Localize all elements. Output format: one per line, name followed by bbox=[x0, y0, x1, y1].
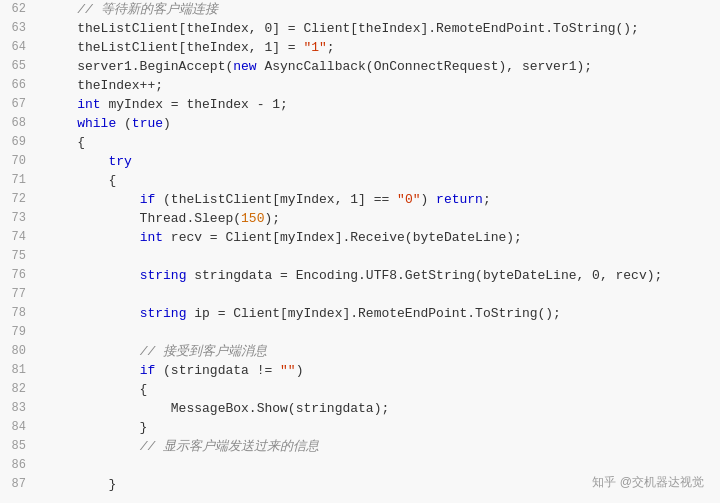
line-number: 87 bbox=[0, 475, 42, 494]
line-content: theListClient[theIndex, 0] = Client[theI… bbox=[42, 19, 720, 38]
line-content: // 接受到客户端消息 bbox=[42, 342, 720, 361]
code-row: 72 if (theListClient[myIndex, 1] == "0")… bbox=[0, 190, 720, 209]
code-row: 80 // 接受到客户端消息 bbox=[0, 342, 720, 361]
line-number: 80 bbox=[0, 342, 42, 361]
code-row: 78 string ip = Client[myIndex].RemoteEnd… bbox=[0, 304, 720, 323]
line-number: 81 bbox=[0, 361, 42, 380]
line-number: 69 bbox=[0, 133, 42, 152]
line-content: // 显示客户端发送过来的信息 bbox=[42, 437, 720, 456]
line-number: 76 bbox=[0, 266, 42, 285]
code-row: 67 int myIndex = theIndex - 1; bbox=[0, 95, 720, 114]
watermark: 知乎 @交机器达视觉 bbox=[592, 474, 704, 491]
line-content: try bbox=[42, 152, 720, 171]
line-content: int myIndex = theIndex - 1; bbox=[42, 95, 720, 114]
line-number: 73 bbox=[0, 209, 42, 228]
line-number: 77 bbox=[0, 285, 42, 304]
line-number: 85 bbox=[0, 437, 42, 456]
code-row: 65 server1.BeginAccept(new AsyncCallback… bbox=[0, 57, 720, 76]
line-number: 70 bbox=[0, 152, 42, 171]
line-number: 82 bbox=[0, 380, 42, 399]
code-row: 64 theListClient[theIndex, 1] = "1"; bbox=[0, 38, 720, 57]
code-row: 66 theIndex++; bbox=[0, 76, 720, 95]
line-content: while (true) bbox=[42, 114, 720, 133]
line-number: 66 bbox=[0, 76, 42, 95]
line-number: 68 bbox=[0, 114, 42, 133]
line-number: 64 bbox=[0, 38, 42, 57]
line-content: // 等待新的客户端连接 bbox=[42, 0, 720, 19]
line-number: 71 bbox=[0, 171, 42, 190]
line-content: if (theListClient[myIndex, 1] == "0") re… bbox=[42, 190, 720, 209]
line-number: 74 bbox=[0, 228, 42, 247]
line-number: 75 bbox=[0, 247, 42, 266]
line-content: string ip = Client[myIndex].RemoteEndPoi… bbox=[42, 304, 720, 323]
line-content: MessageBox.Show(stringdata); bbox=[42, 399, 720, 418]
code-row: 74 int recv = Client[myIndex].Receive(by… bbox=[0, 228, 720, 247]
line-content: theListClient[theIndex, 1] = "1"; bbox=[42, 38, 720, 57]
code-row: 69 { bbox=[0, 133, 720, 152]
line-content: { bbox=[42, 133, 720, 152]
code-row: 62 // 等待新的客户端连接 bbox=[0, 0, 720, 19]
code-lines: 62 // 等待新的客户端连接63 theListClient[theIndex… bbox=[0, 0, 720, 494]
line-number: 79 bbox=[0, 323, 42, 342]
code-row: 84 } bbox=[0, 418, 720, 437]
line-number: 65 bbox=[0, 57, 42, 76]
line-number: 86 bbox=[0, 456, 42, 475]
code-row: 82 { bbox=[0, 380, 720, 399]
code-row: 70 try bbox=[0, 152, 720, 171]
code-editor: 62 // 等待新的客户端连接63 theListClient[theIndex… bbox=[0, 0, 720, 503]
line-number: 72 bbox=[0, 190, 42, 209]
code-row: 63 theListClient[theIndex, 0] = Client[t… bbox=[0, 19, 720, 38]
line-number: 67 bbox=[0, 95, 42, 114]
line-number: 78 bbox=[0, 304, 42, 323]
line-content: if (stringdata != "") bbox=[42, 361, 720, 380]
line-content: { bbox=[42, 171, 720, 190]
line-content: Thread.Sleep(150); bbox=[42, 209, 720, 228]
code-row: 85 // 显示客户端发送过来的信息 bbox=[0, 437, 720, 456]
line-content: server1.BeginAccept(new AsyncCallback(On… bbox=[42, 57, 720, 76]
code-row: 77 bbox=[0, 285, 720, 304]
line-number: 63 bbox=[0, 19, 42, 38]
line-content: { bbox=[42, 380, 720, 399]
code-row: 75 bbox=[0, 247, 720, 266]
code-row: 76 string stringdata = Encoding.UTF8.Get… bbox=[0, 266, 720, 285]
code-row: 86 bbox=[0, 456, 720, 475]
code-row: 79 bbox=[0, 323, 720, 342]
line-number: 62 bbox=[0, 0, 42, 19]
code-row: 73 Thread.Sleep(150); bbox=[0, 209, 720, 228]
code-row: 68 while (true) bbox=[0, 114, 720, 133]
line-content: } bbox=[42, 418, 720, 437]
line-number: 84 bbox=[0, 418, 42, 437]
code-row: 71 { bbox=[0, 171, 720, 190]
code-row: 81 if (stringdata != "") bbox=[0, 361, 720, 380]
line-content: theIndex++; bbox=[42, 76, 720, 95]
code-row: 83 MessageBox.Show(stringdata); bbox=[0, 399, 720, 418]
line-content: int recv = Client[myIndex].Receive(byteD… bbox=[42, 228, 720, 247]
line-content: string stringdata = Encoding.UTF8.GetStr… bbox=[42, 266, 720, 285]
line-number: 83 bbox=[0, 399, 42, 418]
